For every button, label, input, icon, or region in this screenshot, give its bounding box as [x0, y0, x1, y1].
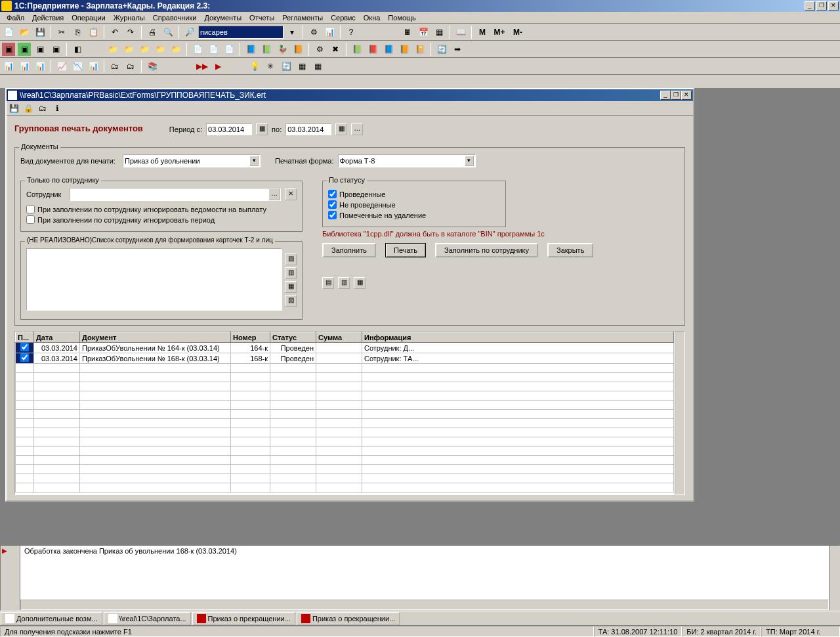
new-icon[interactable]: 📄 [1, 25, 16, 39]
t2w-icon[interactable]: 📙 [397, 42, 411, 56]
menu-windows[interactable]: Окна [360, 12, 385, 23]
t3d-icon[interactable]: 📈 [54, 59, 69, 74]
t2e-icon[interactable]: ◧ [70, 42, 85, 56]
col-sum[interactable]: Сумма [316, 332, 362, 343]
table-row[interactable] [16, 364, 674, 373]
table-row[interactable] [16, 382, 674, 391]
table-row[interactable] [16, 373, 674, 382]
mem-mminus-button[interactable]: М- [509, 25, 526, 39]
ct-c-icon[interactable]: 🗂 [37, 102, 49, 114]
mem-mplus-button[interactable]: М+ [491, 25, 508, 39]
menu-file[interactable]: Файл [3, 12, 28, 23]
t3j-icon[interactable]: ▶▶ [195, 59, 209, 74]
table-row[interactable] [16, 428, 674, 437]
redo-icon[interactable]: ↷ [123, 25, 138, 39]
t2i-icon[interactable]: 📁 [153, 42, 167, 56]
t2u-icon[interactable]: 📕 [366, 42, 380, 56]
period-to-cal-button[interactable]: ▦ [335, 123, 347, 135]
col-info[interactable]: Информация [362, 332, 674, 343]
menu-documents[interactable]: Документы [200, 12, 245, 23]
cut-icon[interactable]: ✂ [54, 25, 69, 39]
task-1[interactable]: Дополнительные возм... [1, 612, 102, 625]
list-add-button[interactable]: ▤ [285, 253, 297, 265]
menu-regulations[interactable]: Регламенты [278, 12, 327, 23]
table-row[interactable] [16, 437, 674, 447]
row-checkbox[interactable] [20, 343, 29, 351]
t2m-icon[interactable]: 📄 [222, 42, 236, 56]
task-2[interactable]: \\real\1С\Зарплата... [104, 612, 191, 625]
t3o-icon[interactable]: ▦ [295, 59, 309, 74]
grid-btn-a[interactable]: ▤ [322, 277, 334, 289]
close-button[interactable]: ✕ [828, 1, 839, 11]
t3b-icon[interactable]: 📊 [17, 59, 32, 74]
t2p-icon[interactable]: 🦆 [275, 42, 289, 56]
print-button[interactable]: Печать [385, 243, 426, 257]
copy-icon[interactable]: ⎘ [70, 25, 85, 39]
doc-type-select[interactable]: Приказ об увольнении▾ [123, 154, 261, 167]
t2g-icon[interactable]: 📁 [121, 42, 136, 56]
t3n-icon[interactable]: 🔄 [279, 59, 293, 74]
chk-ignore-payroll[interactable] [26, 205, 35, 213]
paste-icon[interactable]: 📋 [86, 25, 100, 39]
t2o-icon[interactable]: 📗 [259, 42, 274, 56]
menu-reports[interactable]: Отчеты [245, 12, 278, 23]
grid-btn-b[interactable]: ▥ [338, 277, 350, 289]
util2-icon[interactable]: 📊 [322, 25, 337, 39]
table-row[interactable]: 03.03.2014ПриказОбУвольнении № 164-к (03… [16, 343, 674, 353]
menu-service[interactable]: Сервис [327, 12, 360, 23]
t2d-icon[interactable]: ▣ [49, 42, 63, 56]
period-from-cal-button[interactable]: ▦ [256, 123, 268, 135]
task-3[interactable]: Приказ о прекращении... [192, 612, 295, 625]
t2n-icon[interactable]: 📘 [243, 42, 258, 56]
table-row[interactable] [16, 465, 674, 474]
table-row[interactable] [16, 447, 674, 456]
employee-lookup-button[interactable]: … [268, 188, 280, 200]
row-checkbox[interactable] [20, 353, 29, 362]
util1-icon[interactable]: ⚙ [306, 25, 321, 39]
grid-btn-c[interactable]: ▦ [354, 277, 366, 289]
t2r-icon[interactable]: ⚙ [312, 42, 327, 56]
employee-input[interactable]: … [70, 188, 281, 201]
child-min-button[interactable]: _ [660, 91, 671, 100]
t2c-icon[interactable]: ▣ [33, 42, 47, 56]
ct-save-icon[interactable]: 💾 [8, 102, 20, 114]
employee-clear-button[interactable]: ✕ [285, 188, 297, 200]
child-max-button[interactable]: ❐ [671, 91, 681, 100]
t2h-icon[interactable]: 📁 [137, 42, 152, 56]
t2q-icon[interactable]: 📙 [291, 42, 305, 56]
fill-by-emp-button[interactable]: Заполнить по сотруднику [435, 243, 538, 257]
period-ext-button[interactable]: … [351, 123, 363, 135]
chk-marked-del[interactable] [328, 211, 337, 219]
ct-b-icon[interactable]: 🔒 [22, 102, 34, 114]
t3k-icon[interactable]: ▶ [211, 59, 225, 74]
table-row[interactable]: 03.03.2014ПриказОбУвольнении № 168-к (03… [16, 353, 674, 364]
mem-m-button[interactable]: М [475, 25, 490, 39]
log-scroll-v[interactable] [829, 546, 839, 610]
print-icon[interactable]: 🖨 [145, 25, 159, 39]
table-row[interactable] [16, 391, 674, 401]
employee-list[interactable] [26, 248, 282, 311]
t3c-icon[interactable]: 📊 [33, 59, 47, 74]
t2s-icon[interactable]: ✖ [328, 42, 343, 56]
t2y-icon[interactable]: 🔄 [434, 42, 449, 56]
save-icon[interactable]: 💾 [33, 25, 47, 39]
child-close-button[interactable]: ✕ [681, 91, 692, 100]
period-to-input[interactable] [285, 123, 331, 135]
table-row[interactable] [16, 401, 674, 410]
ct-help-icon[interactable]: ℹ [51, 102, 63, 114]
t2k-icon[interactable]: 📄 [190, 42, 205, 56]
col-status[interactable]: Статус [270, 332, 316, 343]
t3g-icon[interactable]: 🗂 [108, 59, 122, 74]
minimize-button[interactable]: _ [805, 1, 815, 11]
close-form-button[interactable]: Закрыть [547, 243, 593, 257]
calc-icon[interactable]: 🖩 [400, 25, 415, 39]
t2v-icon[interactable]: 📘 [381, 42, 396, 56]
table-row[interactable] [16, 483, 674, 493]
grid-icon[interactable]: ▦ [432, 25, 446, 39]
list-del-button[interactable]: ▥ [285, 267, 297, 279]
t2j-icon[interactable]: 📁 [169, 42, 183, 56]
col-date[interactable]: Дата [34, 332, 80, 343]
drop-icon[interactable]: ▾ [285, 25, 299, 39]
task-4[interactable]: Приказ о прекращении... [297, 612, 400, 625]
t2l-icon[interactable]: 📄 [206, 42, 220, 56]
